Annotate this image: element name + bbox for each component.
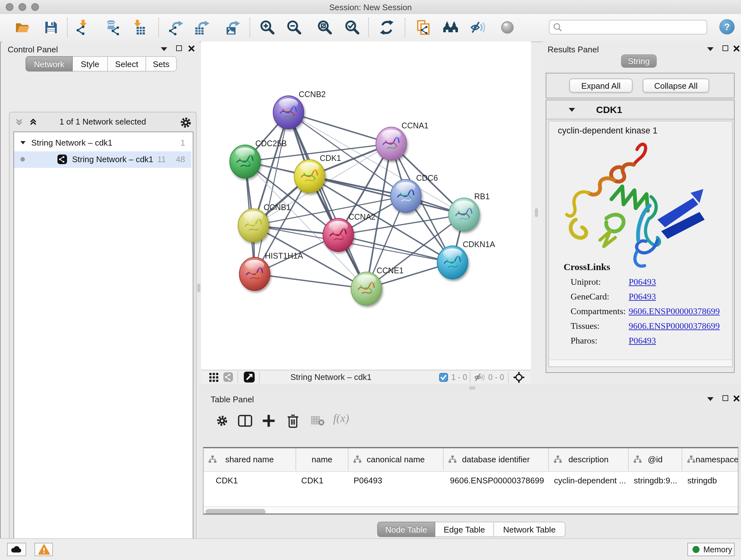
maximize-panel-icon[interactable]	[723, 45, 728, 51]
column-header-name[interactable]: name	[296, 448, 348, 471]
protein-collapse-caret[interactable]	[569, 108, 575, 112]
network-node-ccne1[interactable]	[351, 272, 382, 305]
expand-all-button[interactable]: Expand All	[569, 78, 632, 92]
fit-selected-crosshair-icon[interactable]	[513, 372, 525, 383]
protein-header[interactable]: CDK1	[546, 100, 734, 119]
zoom-out-icon[interactable]	[286, 19, 302, 36]
search-input[interactable]	[549, 20, 707, 35]
export-network-icon[interactable]	[168, 19, 185, 36]
update-network-icon[interactable]	[379, 19, 395, 36]
left-splitter-handle[interactable]	[197, 284, 200, 293]
network-node-cdkn1a[interactable]	[437, 246, 468, 279]
results-scrollbar[interactable]	[549, 360, 732, 366]
zoom-selected-icon[interactable]	[344, 19, 360, 36]
crosslink-link[interactable]: 9606.ENSP00000378699	[629, 307, 720, 317]
warning-status-button[interactable]	[35, 543, 53, 556]
save-session-icon[interactable]	[43, 19, 59, 36]
network-edge[interactable]	[255, 274, 366, 289]
close-panel-icon[interactable]	[733, 395, 740, 401]
collapse-all-button[interactable]: Collapse All	[643, 78, 709, 92]
network-collection-row[interactable]: String Network – cdk1 1	[14, 135, 192, 151]
cell-canonical-name[interactable]: P06493	[354, 471, 382, 490]
scrollbar-thumb[interactable]	[205, 509, 266, 515]
network-node-hist1h1a[interactable]	[239, 257, 270, 291]
tab-select[interactable]: Select	[108, 56, 146, 71]
table-horizontal-scrollbar[interactable]	[204, 506, 738, 515]
export-table-icon[interactable]	[194, 19, 211, 36]
float-panel-icon[interactable]	[707, 397, 714, 401]
close-panel-icon[interactable]	[733, 45, 740, 52]
network-edge[interactable]	[288, 112, 366, 289]
crosslink-link[interactable]: P06493	[629, 292, 656, 302]
table-settings-gear-icon[interactable]	[216, 415, 228, 427]
zoom-in-icon[interactable]	[259, 19, 276, 36]
network-node-rb1[interactable]	[449, 198, 479, 231]
tab-sets[interactable]: Sets	[146, 56, 177, 71]
tab-string[interactable]: String	[621, 54, 657, 68]
home-networks-icon[interactable]	[442, 19, 459, 36]
network-node-ccna1[interactable]	[376, 127, 407, 160]
zoom-fit-icon[interactable]	[317, 19, 333, 36]
clone-network-document-icon[interactable]	[415, 19, 432, 36]
network-node-ccnb1[interactable]	[238, 209, 269, 242]
horizontal-splitter[interactable]	[199, 384, 741, 391]
tab-network-table[interactable]: Network Table	[494, 522, 565, 537]
import-network-file-icon[interactable]	[75, 19, 91, 36]
collection-expand-caret[interactable]	[20, 141, 25, 144]
network-view-share-icon[interactable]	[223, 372, 233, 382]
show-columns-icon[interactable]	[238, 414, 253, 428]
network-node-ccnb2[interactable]	[273, 96, 304, 129]
open-session-icon[interactable]	[14, 19, 30, 36]
network-row-selected[interactable]: String Network – cdk1 11 48	[14, 151, 192, 168]
tab-edge-table[interactable]: Edge Table	[435, 522, 494, 537]
maximize-panel-icon[interactable]	[176, 45, 182, 51]
float-panel-icon[interactable]	[707, 47, 714, 51]
import-network-database-icon[interactable]	[105, 19, 122, 36]
delete-column-trash-icon[interactable]	[286, 413, 300, 428]
level-of-detail-icon[interactable]	[499, 19, 516, 36]
cell-name[interactable]: CDK1	[301, 471, 323, 490]
crosslink-link[interactable]: P06493	[629, 336, 656, 346]
cell-namespace[interactable]: stringdb	[687, 471, 717, 490]
column-header-description[interactable]: description	[549, 448, 629, 471]
column-header-namespace[interactable]: namespace	[682, 448, 738, 471]
float-panel-icon[interactable]	[161, 47, 167, 51]
selected-checkbox-icon[interactable]	[439, 373, 448, 382]
cell-shared-name[interactable]: CDK1	[216, 471, 238, 490]
tab-style[interactable]: Style	[73, 56, 108, 71]
network-node-cdk1[interactable]	[294, 160, 325, 193]
grid-view-icon[interactable]	[209, 373, 218, 382]
import-table-file-icon[interactable]	[131, 19, 147, 36]
column-header-database-identifier[interactable]: database identifier	[444, 448, 549, 471]
cell-database-identifier[interactable]: 9606.ENSP00000378699	[450, 471, 544, 490]
network-node-cdc6[interactable]	[391, 179, 421, 212]
column-header-canonical-name[interactable]: canonical name	[348, 448, 444, 471]
cloud-status-button[interactable]	[7, 543, 26, 556]
add-column-icon[interactable]	[262, 414, 276, 428]
export-image-icon[interactable]	[225, 19, 241, 36]
table-toolbar: f(x)	[199, 412, 741, 430]
memory-button[interactable]: Memory	[687, 543, 735, 556]
toggle-graphics-details-icon[interactable]	[470, 19, 486, 36]
cell-id[interactable]: stringdb:9...	[634, 471, 677, 490]
right-splitter-handle[interactable]	[535, 208, 538, 217]
help-button[interactable]: ?	[719, 19, 735, 35]
crosslink-link[interactable]: 9606.ENSP00000378699	[629, 321, 720, 331]
tab-network[interactable]: Network	[25, 56, 73, 71]
maximize-panel-icon[interactable]	[723, 395, 728, 401]
control-panel-title: Control Panel	[8, 45, 58, 54]
cell-description[interactable]: cyclin-dependent ...	[554, 471, 626, 490]
birds-eye-view-icon[interactable]	[244, 372, 255, 382]
column-header-shared-name[interactable]: shared name	[204, 448, 296, 471]
toolbar-divider	[67, 18, 68, 37]
crosslink-link[interactable]: P06493	[629, 277, 656, 287]
network-edge[interactable]	[288, 112, 391, 144]
network-options-gear-icon[interactable]	[179, 116, 192, 129]
network-node-cdc25b[interactable]	[230, 145, 260, 178]
tab-node-table[interactable]: Node Table	[377, 522, 435, 537]
network-canvas[interactable]: CCNB2CCNA1CDC25BCDK1CDC6RB1CCNB1CCNA2CDK…	[201, 42, 531, 370]
close-panel-icon[interactable]	[188, 45, 195, 52]
column-header-id[interactable]: @id	[629, 448, 682, 471]
network-edge[interactable]	[255, 112, 288, 274]
network-node-ccna2[interactable]	[323, 219, 354, 252]
